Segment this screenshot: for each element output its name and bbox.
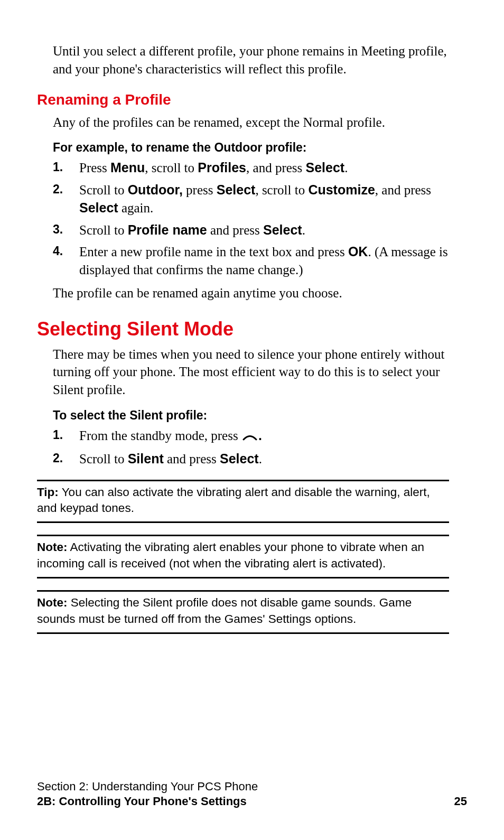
- tip-text: You can also activate the vibrating aler…: [37, 486, 430, 515]
- note-callout-1: Note: Activating the vibrating alert ena…: [37, 535, 449, 578]
- note2-text: Selecting the Silent profile does not di…: [37, 596, 412, 625]
- note1-label: Note:: [37, 540, 68, 554]
- heading-silent-mode: Selecting Silent Mode: [37, 318, 449, 340]
- footer-section-label: Section 2: Understanding Your PCS Phone: [37, 780, 467, 794]
- rename-step-2: Scroll to Outdoor, press Select, scroll …: [53, 181, 449, 217]
- page-footer: Section 2: Understanding Your PCS Phone …: [37, 780, 467, 808]
- rename-step-4: Enter a new profile name in the text box…: [53, 243, 449, 279]
- silent-steps-list: From the standby mode, press . Scroll to…: [53, 427, 449, 468]
- rename-description: Any of the profiles can be renamed, exce…: [53, 114, 449, 132]
- page-number: 25: [454, 795, 467, 808]
- tip-callout: Tip: You can also activate the vibrating…: [37, 480, 449, 524]
- heading-rename-profile: Renaming a Profile: [37, 91, 449, 108]
- rename-step-1: Press Menu, scroll to Profiles, and pres…: [53, 159, 449, 177]
- silent-step-2: Scroll to Silent and press Select.: [53, 450, 449, 468]
- footer-subsection-label: 2B: Controlling Your Phone's Settings: [37, 795, 247, 808]
- intro-paragraph: Until you select a different profile, yo…: [53, 42, 449, 78]
- document-page: Until you select a different profile, yo…: [0, 0, 504, 840]
- arc-key-icon: [242, 428, 257, 446]
- note1-text: Activating the vibrating alert enables y…: [37, 540, 424, 570]
- rename-closing: The profile can be renamed again anytime…: [53, 284, 449, 302]
- silent-select-label: To select the Silent profile:: [53, 408, 449, 423]
- note2-label: Note:: [37, 596, 68, 609]
- rename-step-3: Scroll to Profile name and press Select.: [53, 221, 449, 239]
- note-callout-2: Note: Selecting the Silent profile does …: [37, 590, 449, 634]
- tip-label: Tip:: [37, 486, 59, 499]
- silent-description: There may be times when you need to sile…: [53, 346, 449, 399]
- content-body: Until you select a different profile, yo…: [37, 42, 449, 634]
- rename-example-label: For example, to rename the Outdoor profi…: [53, 141, 449, 155]
- silent-step-1: From the standby mode, press .: [53, 427, 449, 446]
- rename-steps-list: Press Menu, scroll to Profiles, and pres…: [53, 159, 449, 279]
